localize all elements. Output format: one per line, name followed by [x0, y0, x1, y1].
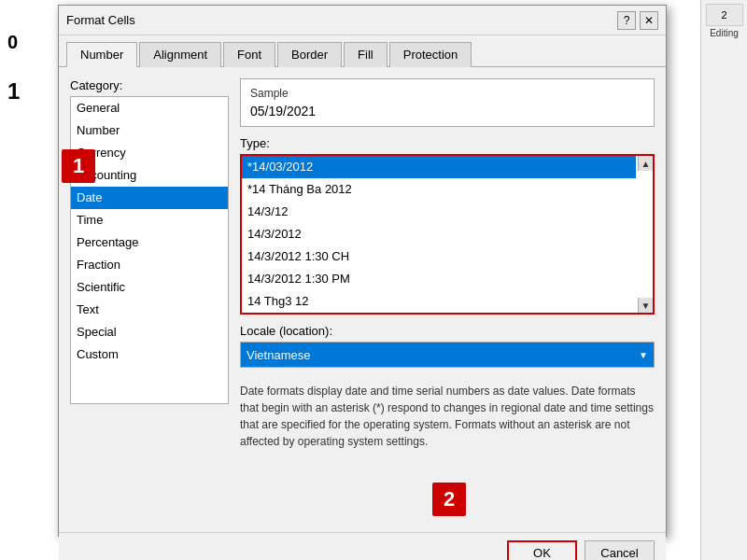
dialog-titlebar: Format Cells ? ✕ [59, 6, 666, 35]
category-item-custom[interactable]: Custom [71, 343, 228, 366]
right-panel: Sample 05/19/2021 Type: *14/03/2012 *14 … [240, 78, 655, 521]
format-cells-dialog: Format Cells ? ✕ Number Alignment Font B… [58, 5, 667, 537]
category-item-number[interactable]: Number [71, 119, 228, 142]
close-button[interactable]: ✕ [640, 11, 658, 30]
description-text: Date formats display date and time seria… [240, 383, 655, 450]
type-section: Type: *14/03/2012 *14 Tháng Ba 2012 14/3… [240, 136, 655, 315]
tab-bar: Number Alignment Font Border Fill Protec… [59, 35, 666, 67]
type-label: Type: [240, 136, 655, 150]
category-item-percentage[interactable]: Percentage [71, 231, 228, 254]
dialog-content: Category: General Number Currency Accoun… [59, 67, 666, 532]
help-button[interactable]: ? [617, 11, 636, 30]
category-item-special[interactable]: Special [71, 321, 228, 343]
tab-border[interactable]: Border [277, 42, 342, 67]
type-item-6[interactable]: 14 Thg3 12 [242, 290, 636, 313]
toolbar-editing-label: Editing [710, 28, 739, 38]
tab-protection[interactable]: Protection [389, 42, 472, 67]
locale-label: Locale (location): [240, 324, 655, 338]
dialog-footer: OK Cancel [59, 532, 666, 560]
type-item-3[interactable]: 14/3/2012 [242, 223, 636, 245]
step-2-badge: 2 [432, 483, 466, 516]
sample-value: 05/19/2021 [250, 104, 644, 119]
tab-alignment[interactable]: Alignment [139, 42, 221, 67]
category-panel: Category: General Number Currency Accoun… [70, 78, 229, 521]
type-scroll-down-button[interactable]: ▼ [638, 298, 653, 313]
locale-chevron-icon: ▼ [639, 350, 648, 360]
category-item-text[interactable]: Text [71, 299, 228, 321]
category-item-scientific[interactable]: Scientific [71, 276, 228, 299]
tab-number[interactable]: Number [66, 42, 137, 67]
type-item-4[interactable]: 14/3/2012 1:30 CH [242, 245, 636, 268]
category-item-time[interactable]: Time [71, 209, 228, 231]
right-toolbar: 2 Editing [700, 0, 747, 560]
ok-button[interactable]: OK [507, 540, 577, 560]
cancel-button[interactable]: Cancel [585, 540, 655, 560]
toolbar-item-2: 2 [706, 4, 743, 26]
sample-label: Sample [250, 87, 644, 100]
main-section: Category: General Number Currency Accoun… [70, 78, 655, 521]
category-item-date[interactable]: Date [71, 187, 228, 209]
dialog-controls: ? ✕ [617, 11, 658, 30]
locale-value: Vietnamese [247, 348, 310, 362]
category-label: Category: [70, 78, 229, 92]
cell-value-1: 1 [0, 75, 27, 108]
tab-font[interactable]: Font [223, 42, 275, 67]
locale-section: Locale (location): Vietnamese ▼ [240, 324, 655, 368]
sample-section: Sample 05/19/2021 [240, 78, 655, 127]
type-item-1[interactable]: *14 Tháng Ba 2012 [242, 178, 636, 201]
locale-dropdown[interactable]: Vietnamese ▼ [240, 342, 655, 368]
type-item-2[interactable]: 14/3/12 [242, 201, 636, 223]
category-item-fraction[interactable]: Fraction [71, 254, 228, 276]
type-scroll-up-button[interactable]: ▲ [638, 156, 653, 171]
type-item-0[interactable]: *14/03/2012 [242, 156, 636, 178]
category-list[interactable]: General Number Currency Accounting Date … [70, 96, 229, 404]
tab-fill[interactable]: Fill [344, 42, 388, 67]
dialog-title: Format Cells [66, 13, 135, 27]
type-item-5[interactable]: 14/3/2012 1:30 PM [242, 268, 636, 290]
cell-value-0: 0 [0, 28, 25, 57]
category-item-general[interactable]: General [71, 97, 228, 119]
step-1-badge: 1 [62, 149, 95, 183]
type-listbox[interactable]: *14/03/2012 *14 Tháng Ba 2012 14/3/12 14… [240, 154, 655, 315]
